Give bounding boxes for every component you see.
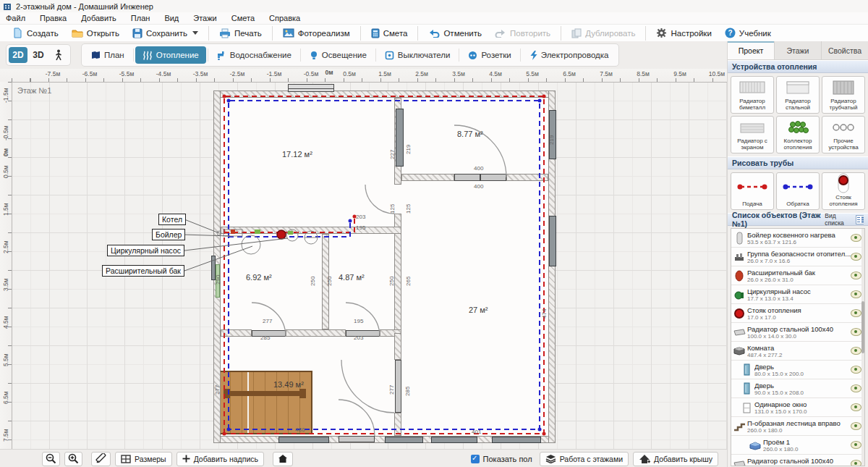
- menu-help[interactable]: Справка: [269, 14, 300, 22]
- door-object[interactable]: [395, 360, 401, 413]
- radiator-object[interactable]: [549, 216, 556, 266]
- visibility-eye-icon[interactable]: [851, 234, 861, 242]
- list-item[interactable]: Одинарное окно131.0 x 15.0 x 170.0: [731, 398, 864, 417]
- tab-water[interactable]: Водоснабжение: [210, 46, 299, 64]
- walkthrough-button[interactable]: [49, 47, 68, 63]
- list-item[interactable]: Радиатор стальной 100x40100.0 x 14.0 x 3…: [731, 455, 864, 466]
- door-object[interactable]: [480, 174, 506, 181]
- tab-project[interactable]: Проект: [728, 41, 775, 59]
- tab-wiring[interactable]: Электропроводка: [522, 46, 616, 64]
- callout-circulation-pump[interactable]: Циркулярный насос: [107, 245, 184, 256]
- menu-add[interactable]: Добавить: [81, 14, 116, 22]
- list-view-toggle[interactable]: Вид списка: [825, 212, 864, 227]
- callout-water-heater[interactable]: Бойлер: [152, 229, 185, 240]
- zoom-in-button[interactable]: [64, 452, 82, 466]
- list-item[interactable]: Расширительный бак26.0 x 26.0 x 31.0: [731, 266, 864, 285]
- device-other[interactable]: Прочие устройства: [822, 116, 865, 153]
- menu-view[interactable]: Вид: [164, 14, 179, 22]
- tab-plan[interactable]: План: [84, 46, 132, 64]
- visibility-eye-icon[interactable]: [851, 366, 861, 374]
- create-button[interactable]: Создать: [6, 26, 65, 40]
- visibility-eye-icon[interactable]: [851, 272, 861, 279]
- visibility-eye-icon[interactable]: [851, 253, 861, 261]
- visibility-eye-icon[interactable]: [851, 328, 861, 336]
- pipe-return-tile[interactable]: Обратка: [776, 172, 820, 210]
- callout-expansion-tank[interactable]: Расширительный бак: [102, 265, 184, 277]
- menu-floors[interactable]: Этажи: [193, 14, 216, 22]
- visibility-eye-icon[interactable]: [851, 309, 861, 317]
- list-item[interactable]: Группа безопасности отопител...26.0 x 7.…: [731, 248, 864, 266]
- open-button[interactable]: Открыть: [65, 27, 126, 40]
- visibility-eye-icon[interactable]: [851, 384, 861, 392]
- list-item[interactable]: П-образная лестница вправо260.0 x 180.0: [731, 417, 864, 436]
- print-button[interactable]: Печать: [213, 27, 268, 40]
- list-item[interactable]: Комната487.4 x 277.2: [731, 342, 864, 361]
- show-floor-toggle[interactable]: Показать пол: [471, 455, 532, 463]
- radiator-object[interactable]: [278, 437, 329, 443]
- radiator-object[interactable]: [431, 437, 477, 443]
- save-dropdown-arrow-icon[interactable]: [192, 31, 198, 35]
- list-item[interactable]: Радиатор стальной 100x40100.0 x 14.0 x 3…: [731, 323, 864, 342]
- visibility-eye-icon[interactable]: [851, 460, 861, 466]
- device-radiator-steel[interactable]: Радиатор стальной: [776, 76, 820, 114]
- door-object[interactable]: [339, 436, 375, 442]
- device-radiator-bimetal[interactable]: Радиатор биметалл: [731, 76, 774, 114]
- tab-properties[interactable]: Свойства: [822, 41, 868, 59]
- device-collector[interactable]: Коллектор отопления: [776, 116, 820, 153]
- device-radiator-screen[interactable]: Радиатор с экраном: [731, 116, 774, 153]
- plan-canvas[interactable]: -7.5м -6.5м -5.5м -4.5м -3.5м -2.5м -1.5…: [0, 69, 727, 449]
- scrollbar-thumb[interactable]: [861, 301, 864, 353]
- tab-lighting[interactable]: Освещение: [302, 46, 374, 64]
- question-icon: ?: [725, 28, 736, 38]
- dimensions-button[interactable]: Размеры: [115, 452, 172, 466]
- home-button[interactable]: [273, 452, 293, 466]
- menu-edit[interactable]: Правка: [40, 14, 67, 22]
- window-object[interactable]: [288, 84, 334, 92]
- estimate-button[interactable]: Смета: [365, 27, 414, 40]
- list-item[interactable]: Циркулярный насос17.7 x 13.0 x 13.4: [731, 285, 864, 304]
- menu-file[interactable]: Файл: [6, 14, 25, 22]
- photorealism-button[interactable]: Фотореализм: [276, 27, 357, 39]
- pipe-supply-tile[interactable]: Подача: [731, 172, 774, 210]
- undo-button[interactable]: Отменить: [422, 27, 488, 39]
- list-item[interactable]: Дверь80.0 x 15.0 x 200.0: [731, 361, 864, 379]
- door-object[interactable]: [454, 174, 480, 181]
- wall-inner: [221, 227, 401, 234]
- view-2d-button[interactable]: 2D: [9, 47, 27, 63]
- menu-plan[interactable]: План: [131, 14, 150, 22]
- radiator-object[interactable]: [492, 437, 541, 443]
- list-item[interactable]: Бойлер косвенного нагрева53.5 x 63.7 x 1…: [731, 229, 864, 248]
- list-item[interactable]: Дверь90.0 x 15.0 x 208.0: [731, 379, 864, 398]
- heating-icon: [142, 51, 153, 60]
- zoom-out-button[interactable]: [42, 452, 60, 466]
- visibility-eye-icon[interactable]: [851, 347, 861, 355]
- save-button[interactable]: Сохранить: [126, 27, 205, 40]
- duplicate-button[interactable]: Дублировать: [565, 27, 642, 40]
- tutorial-button[interactable]: ? Учебник: [718, 26, 778, 40]
- add-caption-button[interactable]: Добавить надпись: [176, 452, 264, 466]
- list-item[interactable]: Проём 1260.0 x 180.0: [731, 436, 864, 455]
- tab-heating[interactable]: Отопление: [135, 46, 206, 64]
- list-item[interactable]: Стояк отопления17.0 x 17.0: [731, 304, 864, 323]
- view-3d-button[interactable]: 3D: [29, 47, 48, 63]
- radiator-object[interactable]: [385, 437, 423, 443]
- menu-estimate[interactable]: Смета: [231, 14, 255, 22]
- show-floor-checkbox[interactable]: [471, 455, 480, 463]
- tab-switches[interactable]: Выключатели: [378, 46, 458, 64]
- callout-boiler-unit[interactable]: Котел: [158, 214, 186, 225]
- visibility-eye-icon[interactable]: [851, 441, 861, 449]
- redo-button[interactable]: Повторить: [488, 27, 557, 39]
- floors-button[interactable]: Работа с этажами: [540, 452, 629, 466]
- device-radiator-tubular[interactable]: Радиатор трубчатый: [822, 76, 865, 114]
- radiator-object[interactable]: [396, 109, 404, 167]
- tab-floors[interactable]: Этажи: [775, 41, 822, 59]
- measure-button[interactable]: [91, 452, 111, 466]
- tab-sockets[interactable]: Розетки: [461, 46, 518, 64]
- visibility-eye-icon[interactable]: [851, 290, 861, 298]
- visibility-eye-icon[interactable]: [851, 422, 861, 430]
- pipe-riser-tile[interactable]: Стояк отопления: [822, 172, 865, 210]
- roof-button[interactable]: Добавить крышу: [633, 452, 718, 466]
- visibility-eye-icon[interactable]: [851, 403, 861, 411]
- settings-button[interactable]: Настройки: [650, 26, 718, 40]
- list-scrollbar[interactable]: [861, 229, 864, 466]
